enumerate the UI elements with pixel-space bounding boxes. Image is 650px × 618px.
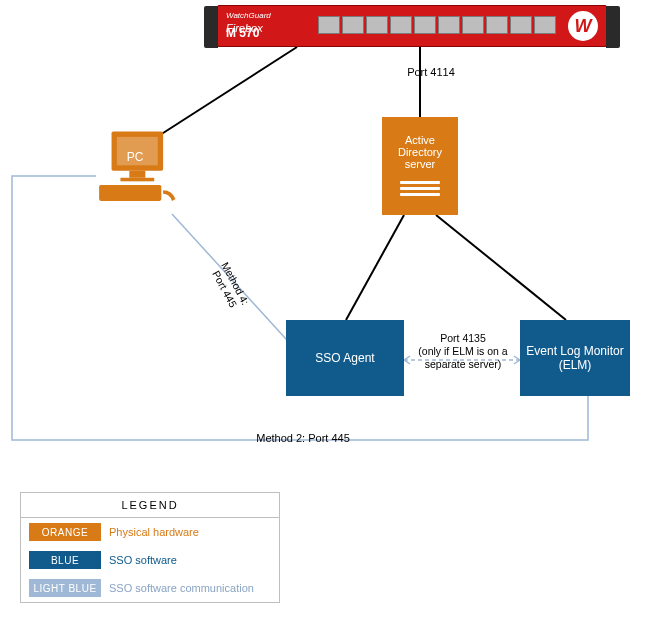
ad-server-node: Active Directory server [382,117,458,215]
sso-agent-node: SSO Agent [286,320,404,396]
svg-line-3 [436,215,566,320]
legend-desc: Physical hardware [109,526,199,538]
legend-desc: SSO software communication [109,582,254,594]
legend-row: ORANGE Physical hardware [21,518,279,546]
firebox-appliance: WatchGuard Firebox M 570 W [217,5,607,47]
svg-rect-10 [99,185,161,201]
firebox-model: M 570 [226,26,259,40]
edge-label-port-4114: Port 4114 [400,66,462,78]
svg-rect-8 [129,171,145,178]
svg-rect-7 [117,137,158,165]
firebox-ports [318,16,556,34]
legend-row: BLUE SSO software [21,546,279,574]
legend: LEGEND ORANGE Physical hardware BLUE SSO… [20,492,280,603]
svg-line-0 [160,47,297,135]
sso-agent-label: SSO Agent [315,351,374,365]
ad-label-2: Directory [398,146,442,158]
elm-label: Event Log Monitor (ELM) [524,344,626,372]
svg-line-2 [346,215,404,320]
edge-label-method-4: Method 4: Port 445 [194,232,267,340]
elm-node: Event Log Monitor (ELM) [520,320,630,396]
legend-desc: SSO software [109,554,177,566]
pc-icon [95,128,185,208]
svg-rect-9 [120,178,154,182]
edge-label-port-4135: Port 4135 (only if ELM is on a separate … [408,332,518,371]
legend-title: LEGEND [21,493,279,518]
ad-label-3: server [405,158,436,170]
firebox-vendor: WatchGuard [226,10,271,22]
ad-label-1: Active [405,134,435,146]
server-rack-icon [400,178,440,199]
legend-swatch-orange: ORANGE [29,523,101,541]
watchguard-logo-icon: W [568,11,598,41]
pc-node [90,128,190,228]
legend-swatch-lightblue: LIGHT BLUE [29,579,101,597]
edge-label-method-2: Method 2: Port 445 [248,432,358,444]
legend-row: LIGHT BLUE SSO software communication [21,574,279,602]
legend-swatch-blue: BLUE [29,551,101,569]
